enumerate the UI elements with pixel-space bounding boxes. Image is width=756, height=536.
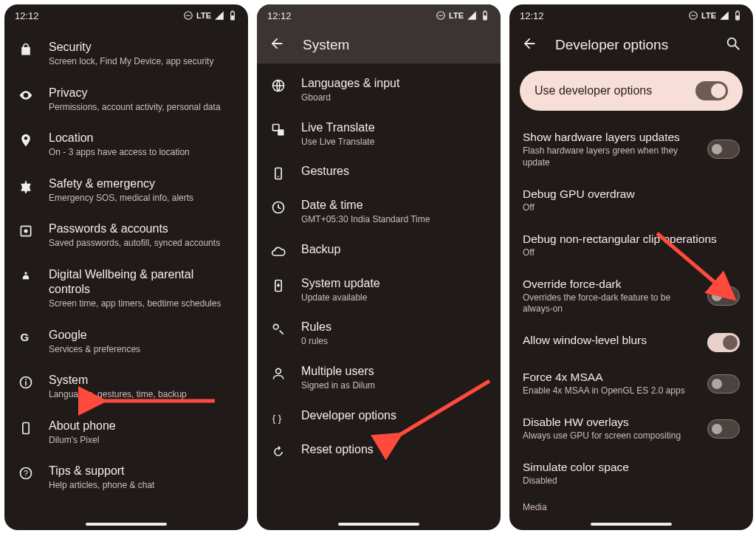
- row-title: Privacy: [49, 86, 235, 100]
- row-sub: Off: [523, 202, 740, 214]
- settings-row-google[interactable]: G GoogleServices & preferences: [4, 319, 248, 365]
- row-sub: Always use GPU for screen compositing: [523, 430, 697, 442]
- key-icon: [18, 223, 34, 239]
- master-toggle-card[interactable]: Use developer options: [520, 71, 743, 111]
- card-title: Use developer options: [535, 83, 652, 98]
- system-row-gestures[interactable]: Gestures: [257, 156, 501, 190]
- row-title: Disable HW overlays: [523, 415, 697, 429]
- row-title: Backup: [301, 242, 487, 257]
- status-time: 12:12: [267, 10, 292, 21]
- settings-row-tips[interactable]: ? Tips & supportHelp articles, phone & c…: [4, 455, 248, 501]
- svg-point-31: [728, 38, 736, 46]
- person-icon: [270, 365, 286, 382]
- settings-row-safety[interactable]: Safety & emergencyEmergency SOS, medical…: [4, 168, 248, 213]
- system-row-users[interactable]: Multiple usersSigned in as Dilum: [257, 356, 501, 400]
- signal-icon: [214, 10, 224, 21]
- do-not-disturb-icon: [183, 10, 193, 21]
- toggle-switch[interactable]: [707, 374, 740, 394]
- svg-rect-30: [736, 16, 739, 19]
- svg-rect-20: [275, 168, 281, 179]
- braces-icon: { }: [270, 410, 286, 426]
- row-sub: Dilum's Pixel: [49, 435, 235, 447]
- battery-icon: [732, 10, 743, 21]
- system-row-rules[interactable]: Rules0 rules: [257, 312, 501, 356]
- search-button[interactable]: [725, 35, 741, 55]
- battery-icon: [227, 10, 238, 21]
- dev-row-gpu-overdraw[interactable]: Debug GPU overdrawOff: [509, 178, 753, 223]
- system-row-datetime[interactable]: Date & timeGMT+05:30 India Standard Time: [257, 190, 501, 234]
- dev-row-colorspace[interactable]: Simulate color spaceDisabled: [509, 451, 753, 496]
- settings-row-system[interactable]: SystemLanguages, gestures, time, backup: [4, 364, 248, 410]
- dev-row-force-dark[interactable]: Override force-darkOverrides the force-d…: [509, 268, 753, 325]
- row-sub: Overrides the force-dark feature to be a…: [523, 292, 697, 315]
- svg-line-32: [735, 45, 740, 49]
- row-sub: Disabled: [523, 475, 740, 487]
- toggle-switch[interactable]: [707, 286, 740, 306]
- system-row-update[interactable]: System updateUpdate available: [257, 268, 501, 312]
- dev-row-hwlayers[interactable]: Show hardware layers updatesFlash hardwa…: [509, 121, 753, 178]
- nav-pill[interactable]: [591, 523, 672, 526]
- system-row-developer[interactable]: { } Developer options: [257, 400, 501, 434]
- nav-pill[interactable]: [338, 523, 419, 526]
- row-title: About phone: [49, 419, 235, 433]
- svg-point-21: [278, 176, 279, 178]
- signal-icon: [719, 10, 729, 21]
- toggle-switch[interactable]: [707, 419, 740, 439]
- globe-icon: [270, 78, 286, 94]
- row-sub: Off: [523, 247, 740, 259]
- toggle-switch[interactable]: [707, 140, 740, 159]
- battery-icon: [480, 10, 490, 21]
- phone-icon: [18, 420, 34, 436]
- row-title: Live Translate: [301, 120, 487, 135]
- toggle-switch[interactable]: [707, 333, 740, 352]
- update-icon: [270, 278, 286, 294]
- svg-rect-10: [23, 422, 29, 433]
- status-bar: 12:12 LTE: [509, 4, 753, 27]
- system-screen: 12:12 LTE System Languages & inputGboard…: [257, 4, 501, 530]
- dev-row-window-blur[interactable]: Allow window-level blurs: [509, 324, 753, 361]
- dev-row-msaa[interactable]: Force 4x MSAAEnable 4x MSAA in OpenGL ES…: [509, 361, 753, 406]
- lock-icon: [18, 41, 34, 58]
- system-row-backup[interactable]: Backup: [257, 234, 501, 268]
- row-title: Digital Wellbeing & parental controls: [49, 267, 235, 297]
- svg-rect-9: [25, 379, 27, 380]
- row-title: Gestures: [301, 164, 487, 179]
- row-sub: Flash hardware layers green when they up…: [523, 145, 697, 168]
- info-icon: [18, 374, 34, 391]
- settings-row-about[interactable]: About phoneDilum's Pixel: [4, 410, 248, 456]
- svg-rect-8: [25, 381, 27, 385]
- translate-icon: [270, 122, 286, 138]
- row-title: Date & time: [301, 198, 487, 213]
- settings-row-passwords[interactable]: Passwords & accountsSaved passwords, aut…: [4, 213, 248, 258]
- back-button[interactable]: [269, 35, 285, 55]
- app-bar-title: System: [303, 37, 349, 53]
- back-button[interactable]: [521, 35, 537, 55]
- row-title: Developer options: [301, 408, 487, 423]
- settings-row-privacy[interactable]: PrivacyPermissions, account activity, pe…: [4, 77, 248, 123]
- row-title: Rules: [301, 320, 487, 334]
- cloud-icon: [270, 244, 286, 260]
- row-title: Allow window-level blurs: [523, 333, 697, 347]
- system-row-reset[interactable]: Reset options: [257, 434, 501, 468]
- signal-icon: [467, 10, 477, 21]
- row-title: Safety & emergency: [49, 176, 235, 191]
- dev-row-hw-overlays[interactable]: Disable HW overlaysAlways use GPU for sc…: [509, 406, 753, 451]
- settings-row-security[interactable]: SecurityScreen lock, Find My Device, app…: [4, 31, 248, 77]
- status-network: LTE: [449, 11, 464, 20]
- google-icon: G: [18, 329, 34, 346]
- settings-row-location[interactable]: LocationOn - 3 apps have access to locat…: [4, 122, 248, 168]
- dev-row-clip-ops[interactable]: Debug non-rectangular clip operationsOff: [509, 223, 753, 268]
- status-time: 12:12: [520, 10, 544, 21]
- nav-pill[interactable]: [86, 523, 167, 526]
- system-row-translate[interactable]: Live TranslateUse Live Translate: [257, 112, 501, 157]
- master-switch[interactable]: [695, 81, 728, 100]
- app-bar: System: [257, 27, 501, 63]
- row-sub: Help articles, phone & chat: [49, 480, 235, 492]
- location-icon: [18, 132, 34, 148]
- svg-rect-2: [231, 16, 234, 19]
- help-icon: ?: [18, 465, 34, 481]
- row-sub: Emergency SOS, medical info, alerts: [49, 193, 235, 205]
- clock-icon: [270, 199, 286, 216]
- system-row-languages[interactable]: Languages & inputGboard: [257, 68, 501, 112]
- settings-row-wellbeing[interactable]: Digital Wellbeing & parental controlsScr…: [4, 258, 248, 319]
